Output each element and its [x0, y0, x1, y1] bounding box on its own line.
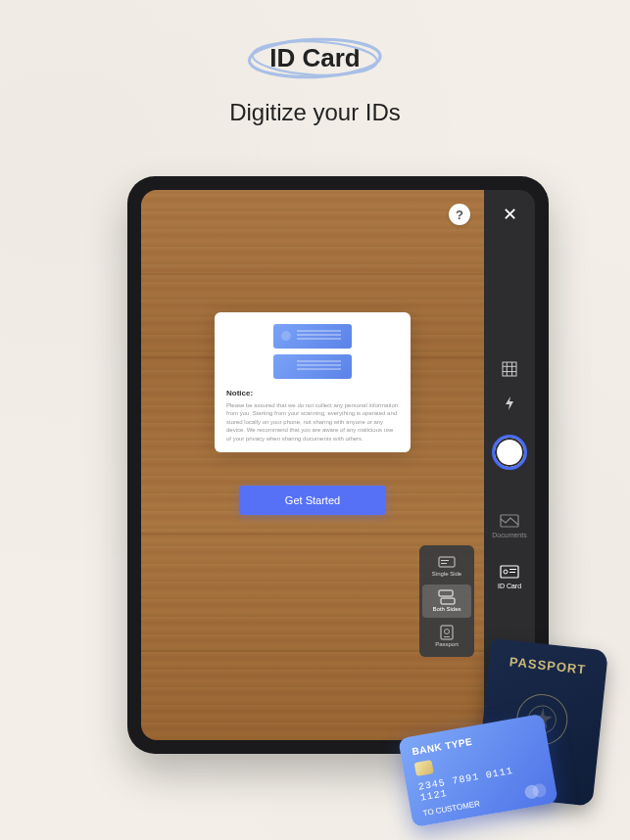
mini-card-back-icon	[273, 354, 352, 379]
grid-toggle[interactable]	[502, 361, 517, 381]
id-card-illustration	[226, 324, 399, 379]
passport-icon	[437, 626, 457, 639]
id-card-icon	[499, 564, 520, 580]
svg-rect-7	[441, 626, 453, 639]
scan-type-label: Passport	[435, 641, 459, 647]
device-screen: ? Notice: Please be assured that we do n…	[141, 190, 535, 740]
svg-rect-2	[439, 557, 455, 567]
svg-rect-10	[503, 362, 516, 376]
notice-body: Please be assured that we do not collect…	[226, 401, 399, 443]
svg-rect-5	[439, 590, 453, 596]
scan-type-single-side[interactable]: Single Side	[419, 549, 474, 583]
scan-type-label: Single Side	[432, 571, 461, 577]
mini-card-front-icon	[273, 324, 352, 349]
documents-icon	[499, 513, 520, 529]
single-side-icon	[437, 555, 457, 569]
grid-icon	[502, 361, 517, 377]
mode-label: ID Card	[498, 583, 521, 589]
both-sides-icon	[437, 590, 457, 604]
device-frame: ? Notice: Please be assured that we do n…	[127, 176, 549, 754]
scan-type-popover: Single Side Both Sides Passport	[419, 545, 474, 657]
camera-sidebar: ✕ Documents	[484, 190, 535, 740]
mode-documents[interactable]: Documents	[484, 513, 535, 538]
mode-id-card[interactable]: ID Card	[484, 564, 535, 589]
svg-rect-14	[509, 569, 516, 570]
svg-rect-4	[441, 563, 447, 564]
svg-rect-15	[509, 572, 515, 573]
mode-label: Documents	[492, 532, 526, 538]
svg-point-8	[445, 630, 450, 634]
help-button[interactable]: ?	[449, 204, 470, 225]
scan-type-label: Both Sides	[432, 606, 460, 612]
shutter-button[interactable]	[492, 435, 527, 470]
svg-point-13	[504, 570, 508, 574]
badge: ID Card	[248, 37, 381, 79]
badge-text: ID Card	[269, 43, 360, 72]
privacy-notice-modal: Notice: Please be assured that we do not…	[215, 312, 411, 452]
camera-viewport: ? Notice: Please be assured that we do n…	[141, 190, 484, 740]
svg-rect-3	[441, 560, 449, 561]
svg-rect-9	[444, 636, 450, 637]
notice-title: Notice:	[226, 389, 399, 397]
hero-header: ID Card Digitize your IDs	[0, 37, 630, 126]
scan-type-passport[interactable]: Passport	[419, 620, 474, 653]
get-started-button[interactable]: Get Started	[239, 486, 386, 515]
flash-toggle[interactable]	[503, 396, 516, 415]
scan-type-both-sides[interactable]: Both Sides	[422, 584, 471, 618]
flash-icon	[503, 396, 516, 411]
svg-rect-6	[441, 598, 455, 604]
close-button[interactable]: ✕	[503, 204, 517, 225]
hero-subtitle: Digitize your IDs	[0, 99, 630, 126]
